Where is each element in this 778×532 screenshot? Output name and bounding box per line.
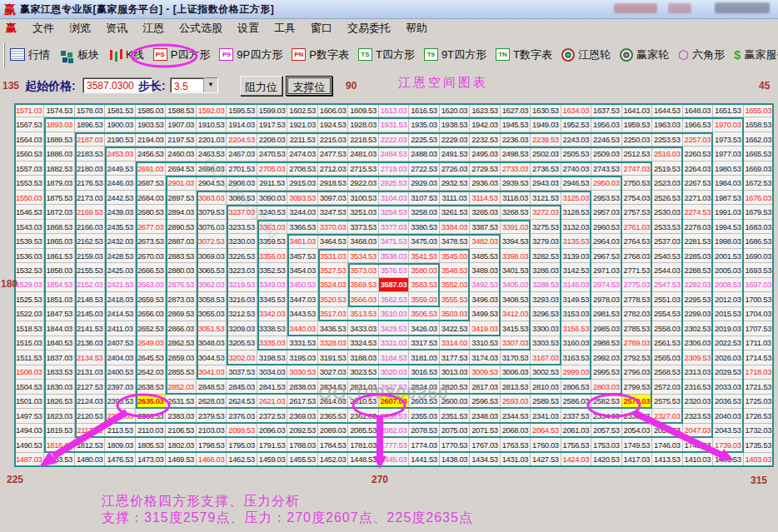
menu-item-news[interactable]: 资讯 <box>98 19 135 37</box>
grid-cell: 2446.03 <box>105 176 135 190</box>
grid-cell: 2141.53 <box>75 321 105 336</box>
grid-cell: 2747.03 <box>622 162 652 176</box>
toolbar-item-gann-wheel[interactable]: 江恩轮 <box>561 47 611 62</box>
grid-cell: 3100.53 <box>348 191 378 205</box>
grid-cell: 3233.53 <box>227 220 257 234</box>
menu-item-settings[interactable]: 设置 <box>230 19 267 37</box>
grid-cell: 3013.03 <box>440 365 470 380</box>
grid-cell: 2761.03 <box>622 220 652 234</box>
chevron-down-icon[interactable]: ▼ <box>203 78 217 92</box>
grid-cell: 3513.53 <box>348 307 378 321</box>
toolbar: 行情板块K线PSP四方形P99P四方形PNP数字表TST四方形T99T四方形TN… <box>0 37 778 73</box>
grid-cell: 1945.53 <box>501 117 531 132</box>
grid-cell: 2449.53 <box>105 162 135 176</box>
menu-item-tools[interactable]: 工具 <box>267 19 303 37</box>
grid-cell: 2022.53 <box>713 336 743 351</box>
grid-cell: 1907.03 <box>166 117 196 132</box>
grid-cell: 1683.03 <box>744 220 774 234</box>
grid-cell: 1417.03 <box>622 453 652 467</box>
menu-item-formula-stock-pick[interactable]: 公式选股 <box>172 19 230 37</box>
grid-cell: 2159.03 <box>75 249 105 263</box>
grid-cell: 2610.53 <box>348 395 378 409</box>
menu-logo-icon: 赢 <box>6 21 17 36</box>
grid-cell: 2516.03 <box>652 147 682 161</box>
grid-cell: 3275.53 <box>531 220 561 234</box>
grid-cell: 2575.53 <box>652 395 682 409</box>
grid-cell: 3370.03 <box>318 220 348 234</box>
grid-cell: 3534.53 <box>348 249 378 263</box>
toolbar-item-winner-wheel[interactable]: 赢家轮 <box>620 47 669 62</box>
grid-cell: 2852.03 <box>166 380 196 394</box>
grid-cell: 2845.03 <box>227 380 257 394</box>
grid-cell: 2589.53 <box>531 395 561 409</box>
grid-cell: 2103.03 <box>197 424 227 438</box>
grid-cell: 2915.03 <box>287 176 317 190</box>
grid-cell: 1550.03 <box>14 191 44 205</box>
menu-item-help[interactable]: 帮助 <box>398 19 435 37</box>
grid-cell: 3583.53 <box>409 278 439 292</box>
resistance-button[interactable]: 阻力位 <box>240 76 282 96</box>
toolbar-item-p-number-table[interactable]: PNP数字表 <box>292 47 349 62</box>
toolbar-item-winner-service[interactable]: $赢家服务 <box>734 47 778 62</box>
menu-item-trade[interactable]: 交易委托 <box>340 19 398 37</box>
grid-cell: 3531.03 <box>318 249 348 263</box>
grid-cell: 2379.53 <box>197 409 227 423</box>
menu-item-gann[interactable]: 江恩 <box>135 19 172 37</box>
grid-cell: 3394.53 <box>501 234 531 248</box>
grid-cell: 2680.53 <box>136 205 166 219</box>
grid-cell: 2281.53 <box>683 234 713 248</box>
grid-cell: 2299.03 <box>683 307 713 321</box>
grid-cell: 1508.03 <box>14 365 44 380</box>
grid-cell: 1966.53 <box>683 117 713 132</box>
grid-cell: 1574.53 <box>44 103 74 117</box>
grid-cell: 2117.03 <box>75 424 105 438</box>
grid-cell: 2950.03 <box>591 176 621 190</box>
grid-cell: 2152.03 <box>75 278 105 292</box>
menu-item-file[interactable]: 文件 <box>25 19 62 37</box>
toolbar-item-hexagon[interactable]: ⬡六角形 <box>678 47 725 62</box>
toolbar-item-kline[interactable]: K线 <box>108 47 144 62</box>
grid-cell: 2831.03 <box>348 380 378 394</box>
grid-cell: 1851.03 <box>44 292 74 306</box>
grid-cell: 2113.53 <box>105 424 135 438</box>
grid-cell: 2120.53 <box>75 409 105 423</box>
grid-cell: 3566.03 <box>348 292 378 306</box>
grid-cell: 2964.03 <box>591 234 621 248</box>
grid-cell: 1791.53 <box>257 438 287 452</box>
toolbar-item-9p-square[interactable]: P99P四方形 <box>219 47 282 62</box>
grid-cell: 2946.53 <box>561 176 591 190</box>
angle-label-270: 270 <box>372 474 388 485</box>
grid-cell: 1571.03 <box>14 103 44 117</box>
grid-cell: 2197.53 <box>166 132 196 147</box>
toolbar-item-9t-square[interactable]: T99T四方形 <box>424 47 486 62</box>
grid-cell: 3268.53 <box>501 205 531 219</box>
grid-cell: 2323.53 <box>683 409 713 423</box>
toolbar-item-quotes[interactable]: 行情 <box>10 47 50 62</box>
grid-cell: 2369.03 <box>287 409 317 423</box>
grid-cell: 1704.03 <box>744 307 774 321</box>
grid-cell: 1557.03 <box>14 162 44 176</box>
grid-cell: 1896.53 <box>75 117 105 132</box>
grid-cell: 2215.03 <box>318 132 348 147</box>
toolbar-item-t-square[interactable]: TST四方形 <box>358 47 415 62</box>
grid-cell: 2628.03 <box>197 395 227 409</box>
grid-cell: 3342.03 <box>257 307 287 321</box>
toolbar-handle <box>3 42 5 67</box>
toolbar-item-t-number-table[interactable]: TNT数字表 <box>496 47 552 62</box>
grid-cell: 2131.03 <box>75 365 105 380</box>
toolbar-item-p-square[interactable]: PSP四方形 <box>153 47 211 62</box>
menu-item-browse[interactable]: 浏览 <box>62 19 98 37</box>
grid-cell: 1578.03 <box>75 103 105 117</box>
toolbar-item-sectors[interactable]: 板块 <box>59 47 99 62</box>
step-combo[interactable]: 3.5 ▼ <box>170 77 218 93</box>
support-button[interactable]: 支撑位 <box>286 76 332 96</box>
grid-cell: 3573.03 <box>348 263 378 277</box>
grid-cell: 3293.03 <box>531 292 561 306</box>
grid-cell: 1959.53 <box>622 117 652 132</box>
grid-cell: 3149.53 <box>561 292 591 306</box>
grid-cell: 2771.53 <box>622 263 652 277</box>
grid-cell: 1893.03 <box>44 117 74 132</box>
grid-cell: 2687.53 <box>136 176 166 190</box>
grid-cell: 3160.03 <box>561 336 591 351</box>
menu-item-window[interactable]: 窗口 <box>303 19 340 37</box>
